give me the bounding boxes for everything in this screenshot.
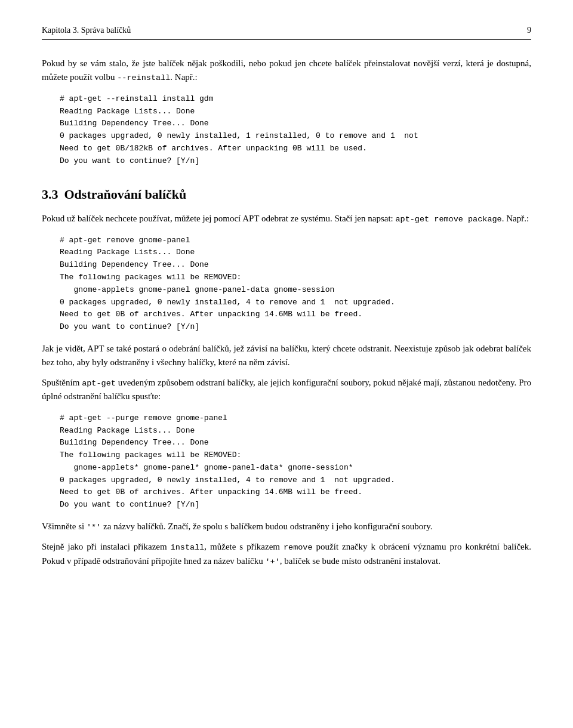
star-note-paragraph: Všimněte si '*' za názvy balíčků. Značí,… (42, 520, 531, 534)
remove-cmd-inline: remove (284, 543, 313, 552)
install-note-paragraph: Stejně jako při instalaci příkazem insta… (42, 540, 531, 569)
purge-intro-paragraph: Spuštěním apt-get uvedeným způsobem odst… (42, 376, 531, 404)
code-block-reinstall: # apt-get --reinstall install gdm Readin… (60, 93, 531, 168)
plus-sign-inline: '+' (265, 557, 279, 566)
install-cmd-inline: install (171, 543, 205, 552)
code-block-remove: # apt-get remove gnome-panel Reading Pac… (60, 235, 531, 334)
section-3-3-heading: 3.3Odstraňování balíčků (42, 184, 531, 205)
code-block-purge: # apt-get --purge remove gnome-panel Rea… (60, 412, 531, 511)
reinstall-option: --reinstall (117, 73, 170, 82)
page: Kapitola 3. Správa balíčků 9 Pokud by se… (0, 0, 573, 728)
apt-also-removes-paragraph: Jak je vidět, APT se také postará o odeb… (42, 342, 531, 370)
star-code: '*' (87, 523, 101, 532)
apt-get-cmd-inline: apt-get (82, 379, 116, 388)
page-number: 9 (527, 24, 531, 37)
chapter-title: Kapitola 3. Správa balíčků (42, 24, 131, 37)
remove-intro-paragraph: Pokud už balíček nechcete používat, může… (42, 212, 531, 226)
intro-paragraph: Pokud by se vám stalo, že jste balíček n… (42, 57, 531, 85)
page-header: Kapitola 3. Správa balíčků 9 (42, 24, 531, 40)
apt-get-remove-cmd: apt-get remove package (395, 215, 501, 224)
